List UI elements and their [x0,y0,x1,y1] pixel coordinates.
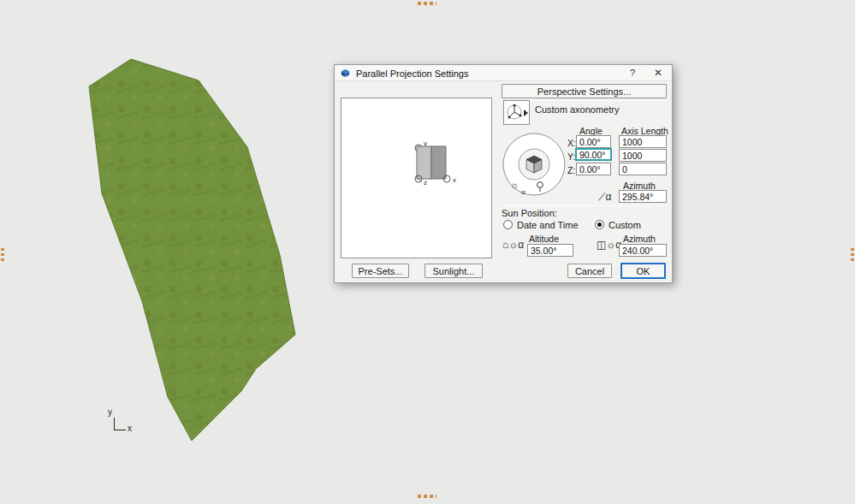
y-angle-input[interactable] [575,148,612,161]
separator-sun [500,205,667,206]
y-row-label: Y: [567,151,575,162]
dial-sun-icon: ☼ [510,180,519,190]
x-angle-input[interactable] [576,135,611,148]
z-angle-input[interactable] [576,163,611,175]
parallel-projection-dialog: Parallel Projection Settings ? ✕ Perspec… [334,64,673,283]
z-length-input[interactable] [619,163,667,175]
sunlight-button[interactable]: Sunlight... [425,264,483,278]
origin-axis-indicator: y x [108,409,134,435]
cancel-button[interactable]: Cancel [567,264,612,278]
axonometry-type-button[interactable] [503,100,530,125]
flyout-arrow-icon [524,110,528,116]
axis-lines [114,418,126,430]
radio-date-and-time-label[interactable]: Date and Time [517,220,579,230]
dial-alpha-label: α [521,188,525,196]
edge-marker-right[interactable] [851,246,854,261]
rotation-dial[interactable]: ☼ α [502,132,568,199]
altitude-icon: ⌂☼α [502,239,524,251]
edge-marker-top[interactable] [418,2,436,5]
axis-y-label: y [108,407,112,417]
close-button[interactable]: ✕ [651,67,665,80]
altitude-label: Altitude [529,234,559,244]
edge-marker-left[interactable] [1,246,4,261]
z-row-label: Z: [567,165,575,175]
help-button[interactable]: ? [626,67,639,80]
radio-custom-label[interactable]: Custom [609,220,641,230]
projection-type-label: Custom axonometry [535,104,619,115]
app-cube-icon [341,68,350,78]
axis-x-label: x [128,424,132,433]
dialog-titlebar[interactable]: Parallel Projection Settings ? ✕ [335,65,672,81]
preview-x-label: x [453,176,456,184]
preview-z-label: z [424,179,427,187]
radio-date-and-time[interactable] [503,220,513,229]
sun-azimuth-label: Azimuth [623,234,656,244]
presets-button[interactable]: Pre-Sets... [352,264,409,278]
camera-azimuth-icon: ⟋α [598,191,611,203]
sun-azimuth-input[interactable] [619,244,667,257]
camera-azimuth-input[interactable] [619,190,667,203]
dialog-title: Parallel Projection Settings [356,68,468,79]
sun-azimuth-icon: ◫☼α [597,239,621,251]
y-length-input[interactable] [619,149,667,162]
x-length-input[interactable] [619,135,667,148]
terrain-mesh[interactable] [89,59,295,441]
altitude-input[interactable] [527,244,573,257]
sun-position-label: Sun Position: [502,208,557,218]
viewport: y x Parallel Projection Settings ? ✕ Per… [0,0,855,504]
perspective-settings-button[interactable]: Perspective Settings... [502,84,667,98]
ok-button[interactable]: OK [620,263,666,279]
x-row-label: X: [567,138,576,148]
projection-preview[interactable]: y z x [341,98,492,258]
radio-custom[interactable] [595,220,604,229]
edge-marker-bottom[interactable] [418,495,436,498]
axonometry-icon [506,103,525,123]
